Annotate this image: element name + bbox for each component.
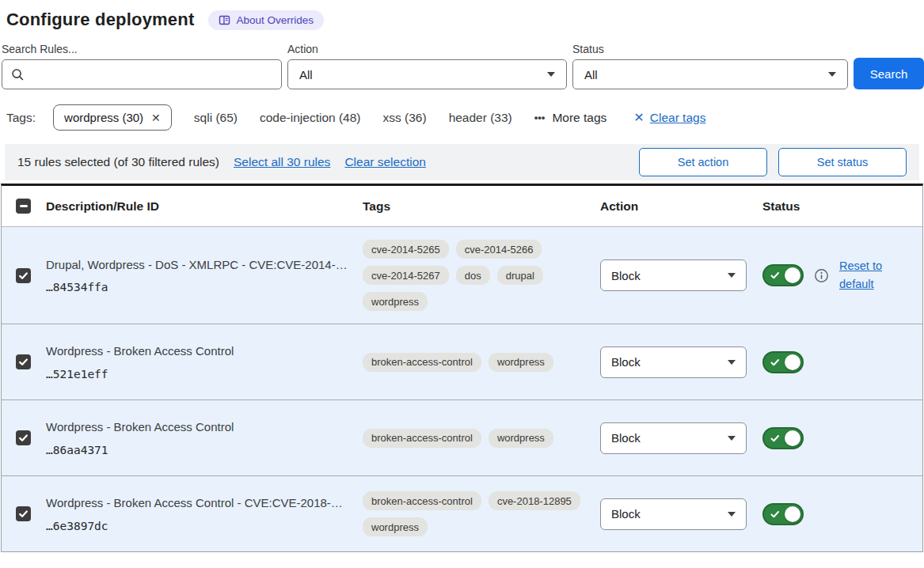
action-select[interactable]: Block [600,259,747,291]
description-cell: Wordpress - Broken Access Control - CVE:… [40,495,356,532]
action-select-value: Block [611,507,641,521]
toggle-knob [785,354,800,370]
check-icon [770,358,780,367]
row-description: Wordpress - Broken Access Control - CVE:… [46,495,356,511]
selected-tag-label: wordpress (30) [64,111,143,124]
remove-tag-icon[interactable]: ✕ [151,112,161,124]
tag-pill: wordpress [489,353,553,372]
tag-pill: broken-access-control [363,491,481,510]
action-select-value: Block [611,431,641,445]
action-filter-select[interactable]: All [287,59,567,89]
filter-bar: Search Rules... Action All Status All Se… [0,32,924,89]
row-checkbox[interactable] [16,354,31,369]
tag-pill: cve-2018-12895 [489,491,580,510]
chevron-down-icon [728,360,736,365]
check-icon [18,357,29,367]
tag-option-sqli[interactable]: sqli (65) [194,111,238,125]
toggle-knob [785,506,800,522]
toggle-knob [785,267,800,283]
status-filter-value: All [584,68,598,81]
status-filter-label: Status [572,43,848,55]
status-toggle[interactable] [762,264,804,286]
clear-tags-label: Clear tags [650,111,706,125]
table-row: Wordpress - Broken Access Control - CVE:… [2,475,922,551]
action-select[interactable]: Block [600,346,747,378]
selection-summary: 15 rules selected (of 30 filtered rules) [17,155,219,169]
action-filter-value: All [299,68,313,81]
row-rule-id: …86aa4371 [46,444,356,456]
row-description: Wordpress - Broken Access Control [46,419,356,435]
row-rule-id: …84534ffa [46,281,356,293]
about-overrides-badge[interactable]: About Overrides [208,10,324,30]
tags-label: Tags: [6,111,36,125]
action-select-value: Block [611,269,641,282]
clear-tags-x-icon: ✕ [633,110,644,125]
column-header-status: Status [756,199,922,214]
action-cell: Block [594,422,756,454]
action-select[interactable]: Block [600,498,747,530]
tag-pill: wordpress [489,429,553,448]
toggle-knob [785,430,800,446]
action-select[interactable]: Block [600,422,747,454]
check-icon [770,509,780,519]
page-header: Configure deployment About Overrides [0,0,924,32]
status-cell: Reset to default [756,257,922,293]
clear-selection-link[interactable]: Clear selection [344,155,426,169]
table-row: Wordpress - Broken Access Control …521e1… [2,324,922,399]
tag-pill: drupal [497,266,543,285]
book-icon [219,14,230,26]
check-icon [18,271,29,281]
page-title: Configure deployment [6,9,194,30]
action-select-value: Block [611,355,641,369]
info-icon[interactable] [814,268,829,283]
table-header-row: Description/Rule ID Tags Action Status [2,186,922,227]
row-checkbox[interactable] [16,268,31,283]
action-filter-label: Action [287,43,567,55]
row-rule-id: …521e1eff [46,368,356,381]
tag-pill: cve-2014-5267 [363,266,449,285]
search-rules-input[interactable] [31,68,273,81]
search-rules-label: Search Rules... [2,43,282,55]
select-all-link[interactable]: Select all 30 rules [234,155,330,169]
set-action-button[interactable]: Set action [639,148,767,176]
row-tags: cve-2014-5265cve-2014-5266cve-2014-5267d… [356,240,594,311]
status-filter-select[interactable]: All [572,59,848,89]
more-tags-button[interactable]: ••• More tags [534,111,607,125]
select-all-checkbox[interactable] [16,199,31,214]
tag-pill: broken-access-control [363,353,481,372]
tag-pill: broken-access-control [363,429,481,448]
tag-option-header[interactable]: header (33) [449,111,512,125]
column-header-tags: Tags [356,199,594,214]
tag-option-xss[interactable]: xss (36) [383,111,427,125]
status-toggle[interactable] [762,351,804,373]
search-rules-box[interactable] [2,59,282,89]
row-checkbox[interactable] [16,506,31,521]
search-icon [10,67,25,81]
reset-default-link[interactable]: Reset to default [839,257,892,293]
status-toggle[interactable] [762,427,804,449]
status-toggle[interactable] [762,503,804,525]
tag-option-code-injection[interactable]: code-injection (48) [260,111,361,125]
more-tags-label: More tags [552,111,606,125]
chevron-down-icon [728,512,736,517]
search-button[interactable]: Search [854,58,924,89]
description-cell: Drupal, Wordpress - DoS - XMLRPC - CVE:C… [40,257,356,294]
row-tags: broken-access-controlcve-2018-12895wordp… [356,491,594,536]
description-cell: Wordpress - Broken Access Control …521e1… [40,343,356,381]
status-cell [756,427,922,449]
selected-tag-wordpress[interactable]: wordpress (30) ✕ [53,104,172,131]
check-icon [770,271,780,280]
selection-bar: 15 rules selected (of 30 filtered rules)… [5,144,919,180]
set-status-button[interactable]: Set status [778,148,907,176]
clear-tags-button[interactable]: ✕ Clear tags [633,110,705,125]
row-tags: broken-access-controlwordpress [356,429,594,448]
row-checkbox[interactable] [16,430,31,445]
table-row: Drupal, Wordpress - DoS - XMLRPC - CVE:C… [2,227,922,324]
rules-table: Description/Rule ID Tags Action Status D… [1,184,923,552]
row-tags: broken-access-controlwordpress [356,353,594,372]
about-overrides-label: About Overrides [236,14,314,26]
tag-pill: wordpress [363,517,428,536]
action-cell: Block [594,498,756,530]
tag-pill: cve-2014-5266 [456,240,542,259]
row-rule-id: …6e3897dc [46,520,356,532]
